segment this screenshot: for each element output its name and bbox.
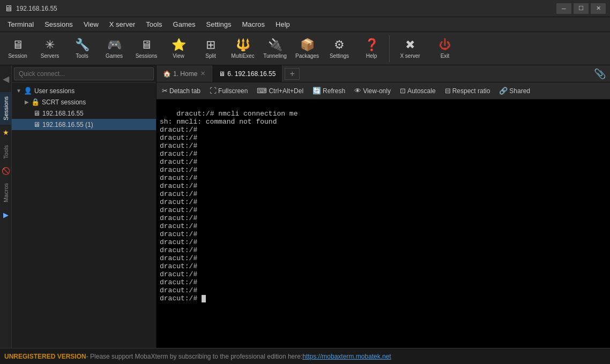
tree-item-user-sessions[interactable]: ▼ 👤 User sessions xyxy=(12,85,156,96)
tab-home[interactable]: 🏠 1. Home ✕ xyxy=(157,65,212,82)
sessions-icon: 🖥 xyxy=(140,38,152,52)
refresh-label: Refresh xyxy=(323,87,345,95)
terminal-cursor xyxy=(202,295,206,302)
ssh-tab-icon: 🖥 xyxy=(219,70,225,78)
minimize-button[interactable]: ─ xyxy=(556,3,571,14)
sessions-vert-tab[interactable]: Sessions xyxy=(0,92,11,125)
terminal-line: dracut:/# xyxy=(160,158,197,166)
unregistered-label: UNREGISTERED VERSION xyxy=(4,353,86,360)
shared-icon: 🔗 xyxy=(499,87,508,95)
quick-connect-input[interactable] xyxy=(14,67,154,80)
tool-help[interactable]: ❓ Help xyxy=(356,34,387,64)
terminal-line: dracut:/# xyxy=(160,286,197,294)
tool-tunneling[interactable]: 🔌 Tunneling xyxy=(259,34,291,64)
maximize-button[interactable]: ☐ xyxy=(574,3,589,14)
tool-xserver[interactable]: ✖ X server xyxy=(392,34,428,64)
tool-help-label: Help xyxy=(366,53,377,59)
menu-terminal[interactable]: Terminal xyxy=(2,17,39,32)
fullscreen-button[interactable]: ⛶ Fullscreen xyxy=(205,84,252,98)
tool-sessions[interactable]: 🖥 Sessions xyxy=(131,34,162,64)
menu-xserver[interactable]: X server xyxy=(104,17,140,32)
tool-multiexec[interactable]: 🔱 MultiExec xyxy=(227,34,258,64)
tab-bar: 🏠 1. Home ✕ 🖥 6. 192.168.16.55 + 📎 xyxy=(157,65,610,82)
tree-item-session1[interactable]: 🖥 192.168.16.55 xyxy=(12,108,156,119)
tool-settings[interactable]: ⚙ Settings xyxy=(324,34,355,64)
tools-vert-tab[interactable]: Tools xyxy=(0,141,11,163)
toolbar-separator xyxy=(389,35,390,62)
menu-settings[interactable]: Settings xyxy=(201,17,237,32)
send-icon: ▶ xyxy=(0,207,11,223)
quick-connect-area xyxy=(12,65,156,83)
macros-vert-tab[interactable]: Macros xyxy=(0,179,11,207)
terminal-line: dracut:/# xyxy=(160,230,197,238)
menu-bar: Terminal Sessions View X server Tools Ga… xyxy=(0,17,610,32)
menu-view[interactable]: View xyxy=(78,17,104,32)
terminal-line: dracut:/# xyxy=(160,254,197,262)
terminal-line: dracut:/# xyxy=(160,182,197,190)
tool-games[interactable]: 🎮 Games xyxy=(99,34,130,64)
autoscale-button[interactable]: ⊡ Autoscale xyxy=(396,84,440,98)
tool-servers[interactable]: ✳ Servers xyxy=(34,34,65,64)
view-only-label: View-only xyxy=(363,87,391,95)
close-button[interactable]: ✕ xyxy=(591,3,606,14)
tool-view-label: View xyxy=(173,53,184,59)
menu-sessions[interactable]: Sessions xyxy=(39,17,78,32)
mobaxterm-link[interactable]: https://mobaxterm.mobatek.net xyxy=(302,353,391,360)
menu-games[interactable]: Games xyxy=(168,17,201,32)
tool-tools[interactable]: 🔧 Tools xyxy=(66,34,98,64)
tool-session[interactable]: 🖥 Session xyxy=(2,34,33,64)
tools-icon: 🔧 xyxy=(75,38,90,52)
tools-vert-label: Tools xyxy=(2,141,10,163)
multiexec-icon: 🔱 xyxy=(236,38,250,52)
tool-view[interactable]: ⭐ View xyxy=(163,34,194,64)
ssh-tab-label: 6. 192.168.16.55 xyxy=(227,70,276,78)
scrt-arrow: ▶ xyxy=(25,99,29,105)
terminal-line: dracut:/# nmcli connection me xyxy=(176,110,297,118)
tool-session-label: Session xyxy=(8,53,27,59)
tool-split[interactable]: ⊞ Split xyxy=(195,34,226,64)
tool-multiexec-label: MultiExec xyxy=(231,53,254,59)
slash-icon: 🚫 xyxy=(0,163,11,179)
ctrlaltdel-button[interactable]: ⌨ Ctrl+Alt+Del xyxy=(252,84,308,98)
xserver-icon: ✖ xyxy=(405,38,415,52)
tool-packages[interactable]: 📦 Packages xyxy=(292,34,323,64)
main-area: ◀ Sessions ★ Tools 🚫 Macros ▶ ▼ 👤 User s… xyxy=(0,65,610,348)
view-only-button[interactable]: 👁 View-only xyxy=(350,84,395,98)
home-tab-close[interactable]: ✕ xyxy=(200,70,205,77)
window-controls: ─ ☐ ✕ xyxy=(556,3,606,14)
left-vertical-tabs: ◀ Sessions ★ Tools 🚫 Macros ▶ xyxy=(0,65,12,348)
tool-servers-label: Servers xyxy=(41,53,59,59)
tree-item-session2[interactable]: 🖥 192.168.16.55 (1) xyxy=(12,119,156,130)
terminal-content[interactable]: dracut:/# nmcli connection me sh: nmcli:… xyxy=(157,100,610,348)
window-title: 192.168.16.55 xyxy=(16,5,556,12)
tool-exit-label: Exit xyxy=(441,53,450,59)
scrt-label: SCRT sessions xyxy=(42,98,86,106)
view-only-icon: 👁 xyxy=(354,87,361,95)
detach-tab-button[interactable]: ✂ Detach tab xyxy=(158,84,205,98)
tool-sessions-label: Sessions xyxy=(136,53,158,59)
tree-item-scrt[interactable]: ▶ 🔒 SCRT sessions xyxy=(12,96,156,108)
terminal-line: dracut:/# xyxy=(160,134,197,142)
refresh-button[interactable]: 🔄 Refresh xyxy=(308,84,349,98)
servers-icon: ✳ xyxy=(45,38,55,52)
fullscreen-icon: ⛶ xyxy=(210,87,217,95)
shared-button[interactable]: 🔗 Shared xyxy=(495,84,534,98)
menu-macros[interactable]: Macros xyxy=(236,17,270,32)
menu-help[interactable]: Help xyxy=(270,17,295,32)
tool-exit[interactable]: ⏻ Exit xyxy=(429,34,460,64)
menu-tools[interactable]: Tools xyxy=(140,17,167,32)
scrt-icon: 🔒 xyxy=(31,98,40,106)
split-icon: ⊞ xyxy=(206,38,215,52)
attach-icon[interactable]: 📎 xyxy=(590,68,610,80)
respect-ratio-button[interactable]: ⊟ Respect ratio xyxy=(441,84,495,98)
detach-icon: ✂ xyxy=(162,87,168,95)
star-button[interactable]: ★ xyxy=(0,125,11,141)
respect-ratio-label: Respect ratio xyxy=(452,87,490,95)
collapse-button[interactable]: ◀ xyxy=(0,65,11,92)
tab-ssh[interactable]: 🖥 6. 192.168.16.55 xyxy=(212,65,282,82)
autoscale-icon: ⊡ xyxy=(400,87,406,95)
autoscale-label: Autoscale xyxy=(407,87,436,95)
add-tab-button[interactable]: + xyxy=(285,68,299,80)
tool-settings-label: Settings xyxy=(330,53,349,59)
sessions-vert-label: Sessions xyxy=(2,92,10,125)
